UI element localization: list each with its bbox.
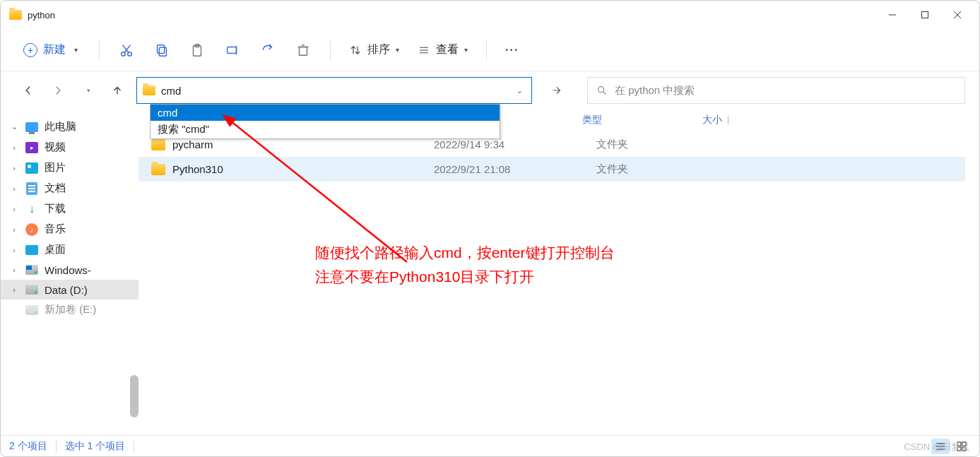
search-placeholder: 在 python 中搜索 bbox=[615, 84, 695, 97]
sidebar-this-pc[interactable]: ⌄此电脑 bbox=[1, 117, 138, 137]
chevron-right-icon: › bbox=[9, 205, 19, 213]
sidebar-windows-drive[interactable]: ›Windows- bbox=[1, 260, 138, 280]
folder-row-python310[interactable]: Python310 2022/9/21 21:08 文件夹 bbox=[138, 157, 965, 182]
forward-button[interactable] bbox=[47, 80, 69, 101]
new-button[interactable]: + 新建 ▾ bbox=[13, 38, 88, 61]
title-bar: python bbox=[1, 1, 979, 29]
sidebar-videos[interactable]: ›视频 bbox=[1, 137, 138, 158]
maximize-button[interactable] bbox=[909, 4, 941, 26]
delete-button[interactable] bbox=[288, 36, 319, 64]
sidebar-documents[interactable]: ›文档 bbox=[1, 178, 138, 198]
download-icon: ↓ bbox=[25, 203, 39, 215]
address-dropdown-toggle[interactable]: ⌄ bbox=[514, 86, 526, 95]
close-button[interactable] bbox=[941, 4, 974, 26]
chevron-right-icon: › bbox=[9, 266, 19, 274]
plus-icon: + bbox=[23, 43, 37, 57]
toolbar-separator bbox=[99, 40, 100, 60]
chevron-right-icon: › bbox=[9, 285, 19, 294]
status-separator bbox=[56, 440, 57, 453]
chevron-down-icon: ▾ bbox=[396, 46, 399, 54]
chevron-right-icon: › bbox=[9, 184, 19, 193]
chevron-down-icon: ▾ bbox=[74, 46, 78, 54]
status-selected: 选中 1 个项目 bbox=[65, 440, 126, 453]
window-title: python bbox=[28, 10, 55, 20]
toolbar-separator bbox=[330, 40, 331, 60]
view-label: 查看 bbox=[436, 42, 459, 57]
up-button[interactable] bbox=[107, 80, 128, 101]
file-explorer-window: python + 新建 ▾ 排序 ▾ 查看 ▾ ··· bbox=[0, 0, 980, 457]
sort-icon bbox=[349, 44, 362, 57]
annotation-text: 随便找个路径输入cmd，按enter键打开控制台 注意不要在Python310目… bbox=[315, 241, 615, 288]
new-label: 新建 bbox=[43, 42, 66, 57]
status-bar: 2 个项目 选中 1 个项目 bbox=[1, 435, 979, 456]
chevron-down-icon: ▾ bbox=[87, 87, 90, 94]
toolbar-separator bbox=[486, 40, 487, 60]
back-button[interactable] bbox=[18, 80, 39, 101]
sidebar-data-drive[interactable]: ›Data (D:) bbox=[1, 280, 138, 299]
sort-button[interactable]: 排序 ▾ bbox=[342, 38, 406, 61]
address-dropdown: cmd 搜索 "cmd" bbox=[150, 104, 500, 139]
search-icon bbox=[596, 85, 608, 96]
chevron-down-icon: ⌄ bbox=[9, 122, 19, 131]
content-area: 类型 大小│ pycharm 2022/9/14 9:34 文件夹 Python… bbox=[138, 107, 979, 435]
sidebar-desktop[interactable]: ›桌面 bbox=[1, 239, 138, 260]
dropdown-item-cmd[interactable]: cmd bbox=[150, 105, 500, 121]
address-bar[interactable]: ⌄ cmd 搜索 "cmd" bbox=[136, 77, 532, 104]
view-button[interactable]: 查看 ▾ bbox=[411, 38, 475, 61]
chevron-down-icon: ▾ bbox=[464, 46, 468, 54]
sort-indicator-icon: │ bbox=[726, 117, 731, 124]
svg-point-5 bbox=[128, 52, 132, 56]
status-count: 2 个项目 bbox=[9, 440, 47, 453]
col-type[interactable]: 类型 bbox=[582, 114, 702, 126]
minimize-button[interactable] bbox=[876, 4, 909, 26]
go-button[interactable] bbox=[546, 80, 567, 101]
svg-rect-12 bbox=[228, 47, 237, 53]
sort-label: 排序 bbox=[367, 42, 390, 57]
sidebar-downloads[interactable]: ›↓下载 bbox=[1, 198, 138, 219]
address-folder-icon bbox=[143, 85, 155, 95]
copy-button[interactable] bbox=[146, 36, 177, 64]
svg-line-25 bbox=[603, 92, 606, 94]
folder-icon bbox=[151, 139, 165, 150]
address-input[interactable] bbox=[161, 85, 508, 97]
sidebar[interactable]: ⌄此电脑 ›视频 ›图片 ›文档 ›↓下载 ›♪音乐 ›桌面 ›Windows-… bbox=[1, 107, 138, 435]
sidebar-scrollbar[interactable] bbox=[130, 375, 138, 417]
svg-rect-8 bbox=[159, 47, 166, 56]
toolbar: + 新建 ▾ 排序 ▾ 查看 ▾ ··· bbox=[1, 29, 979, 71]
dropdown-item-search[interactable]: 搜索 "cmd" bbox=[150, 121, 500, 138]
chevron-right-icon: › bbox=[9, 164, 19, 172]
share-button[interactable] bbox=[252, 36, 283, 64]
sidebar-extra-drive[interactable]: 新加卷 (E:) bbox=[1, 299, 138, 320]
chevron-right-icon: › bbox=[9, 143, 19, 152]
svg-point-4 bbox=[122, 52, 126, 56]
view-icon bbox=[418, 44, 430, 57]
chevron-right-icon: › bbox=[9, 225, 19, 234]
paste-button[interactable] bbox=[182, 36, 213, 64]
cut-button[interactable] bbox=[111, 36, 142, 64]
recent-button[interactable]: ▾ bbox=[77, 80, 98, 101]
svg-rect-9 bbox=[158, 44, 165, 53]
status-separator bbox=[134, 440, 134, 453]
sidebar-music[interactable]: ›♪音乐 bbox=[1, 219, 138, 239]
folder-icon bbox=[151, 164, 165, 175]
explorer-body: ⌄此电脑 ›视频 ›图片 ›文档 ›↓下载 ›♪音乐 ›桌面 ›Windows-… bbox=[1, 107, 979, 435]
title-folder-icon bbox=[9, 10, 22, 20]
more-button[interactable]: ··· bbox=[498, 44, 526, 57]
search-box[interactable]: 在 python 中搜索 bbox=[587, 77, 965, 104]
svg-rect-1 bbox=[922, 12, 928, 18]
nav-row: ▾ ⌄ cmd 搜索 "cmd" 在 python 中搜索 bbox=[1, 71, 979, 107]
sidebar-pictures[interactable]: ›图片 bbox=[1, 158, 138, 178]
col-size[interactable]: 大小│ bbox=[702, 114, 773, 126]
svg-point-24 bbox=[598, 87, 604, 93]
watermark: CSDN @旧梦㐅 bbox=[904, 441, 969, 453]
chevron-right-icon: › bbox=[9, 246, 19, 254]
svg-rect-14 bbox=[300, 47, 307, 55]
rename-button[interactable] bbox=[217, 36, 248, 64]
